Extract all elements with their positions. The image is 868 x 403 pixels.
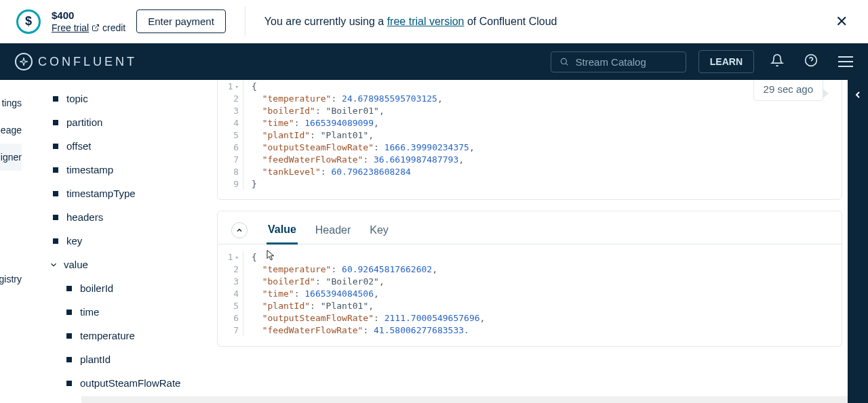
left-nav-partial: tings eage igner gistry [0, 80, 22, 403]
messages-viewer: 29 sec ago 1▾ 2 3 4 5 6 7 8 9 { [212, 80, 848, 403]
sidebar-item[interactable]: igner [0, 144, 22, 171]
sidebar-item[interactable]: eage [0, 116, 22, 144]
card-tabs: Value Header Key [218, 211, 842, 245]
external-link-icon [92, 24, 100, 32]
svg-line-2 [566, 64, 568, 66]
divider [245, 7, 245, 37]
main-area: tings eage igner gistry topic partition … [0, 80, 868, 403]
banner-message: You are currently using a free trial ver… [264, 16, 821, 28]
enter-payment-button[interactable]: Enter payment [136, 9, 226, 33]
horizontal-scrollbar[interactable] [81, 396, 848, 403]
credit-suffix: credit [102, 22, 125, 33]
field-temperature[interactable]: temperature [34, 324, 199, 347]
stream-catalog-search[interactable] [551, 51, 686, 72]
close-icon[interactable]: ✕ [831, 13, 852, 30]
code-block-1[interactable]: 1▾ 2 3 4 5 6 7 8 9 { "temperature": 24.6… [218, 80, 842, 199]
field-timestamptype[interactable]: timestampType [34, 182, 199, 205]
logo-text: CONFLUENT [38, 55, 137, 69]
field-key[interactable]: key [34, 229, 199, 253]
credit-amount: $400 [52, 9, 125, 21]
sidebar-item[interactable]: tings [0, 89, 22, 116]
chevron-left-icon [852, 89, 863, 100]
help-icon[interactable] [800, 49, 822, 74]
search-input[interactable] [576, 56, 677, 68]
field-timestamp[interactable]: timestamp [34, 158, 199, 182]
sidebar-item[interactable]: gistry [0, 266, 22, 293]
message-fields-panel: topic partition offset timestamp timesta… [22, 80, 212, 403]
code-block-2[interactable]: 1▾ 2 3 4 5 6 7 { "temperature": 60.92645… [218, 245, 842, 346]
field-boilerid[interactable]: boilerId [34, 276, 199, 300]
message-card-2: Value Header Key 1▾ 2 3 4 5 6 7 { "tempe… [217, 211, 842, 347]
field-outputsteamflowrate[interactable]: outputSteamFlowRate [34, 371, 199, 395]
notifications-icon[interactable] [766, 49, 788, 74]
chevron-down-icon [49, 260, 58, 270]
field-topic[interactable]: topic [34, 87, 199, 110]
credit-line: Free trial credit [52, 22, 125, 33]
svg-line-0 [95, 25, 99, 29]
cursor-icon [266, 249, 277, 261]
dollar-icon: $ [16, 9, 41, 34]
chevron-up-icon [235, 226, 243, 234]
tab-key[interactable]: Key [368, 217, 390, 243]
learn-button[interactable]: LEARN [698, 50, 754, 73]
field-partition[interactable]: partition [34, 110, 199, 134]
trial-banner: $ $400 Free trial credit Enter payment Y… [0, 0, 868, 43]
logo-mark-icon [15, 53, 33, 70]
tab-header[interactable]: Header [314, 217, 352, 243]
credit-info: $400 Free trial credit [52, 9, 125, 33]
menu-icon[interactable] [838, 56, 853, 67]
free-trial-link[interactable]: Free trial [52, 22, 89, 33]
field-offset[interactable]: offset [34, 134, 199, 158]
tab-value[interactable]: Value [267, 217, 298, 245]
field-time[interactable]: time [34, 300, 199, 324]
free-trial-version-link[interactable]: free trial version [387, 16, 465, 27]
search-icon [559, 56, 569, 67]
timestamp-pill: 29 sec ago [753, 80, 823, 101]
message-card-1: 1▾ 2 3 4 5 6 7 8 9 { "temperature": 24.6… [217, 80, 842, 200]
top-nav: CONFLUENT LEARN [0, 43, 868, 80]
right-collapse-rail[interactable] [848, 80, 868, 403]
field-plantid[interactable]: plantId [34, 347, 199, 371]
field-value[interactable]: value [34, 253, 199, 276]
svg-point-1 [561, 58, 566, 64]
field-headers[interactable]: headers [34, 205, 199, 229]
collapse-button[interactable] [231, 222, 248, 238]
logo[interactable]: CONFLUENT [15, 53, 137, 70]
